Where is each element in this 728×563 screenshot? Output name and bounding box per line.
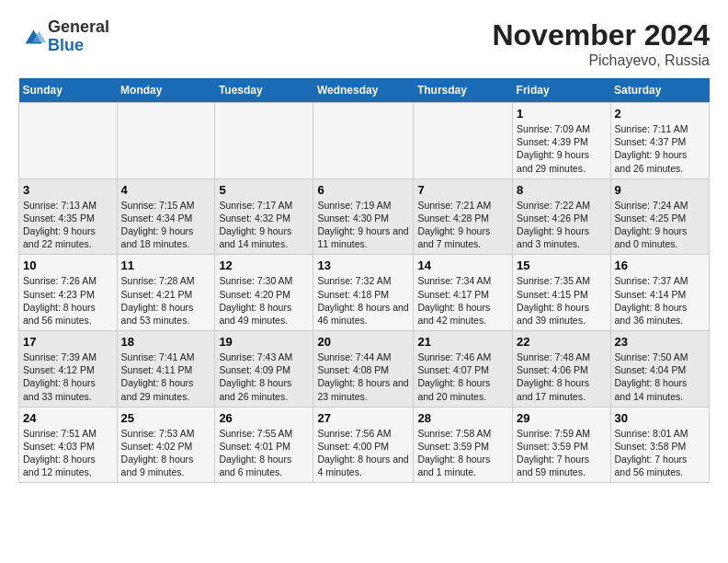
day-cell: 13Sunrise: 7:32 AM Sunset: 4:18 PM Dayli… bbox=[313, 255, 414, 331]
day-cell: 23Sunrise: 7:50 AM Sunset: 4:04 PM Dayli… bbox=[610, 331, 709, 408]
logo: General Blue bbox=[18, 18, 109, 55]
day-cell bbox=[19, 103, 118, 179]
day-info: Sunrise: 7:32 AM Sunset: 4:18 PM Dayligh… bbox=[317, 274, 409, 327]
day-cell: 5Sunrise: 7:17 AM Sunset: 4:32 PM Daylig… bbox=[215, 178, 313, 255]
header-day-friday: Friday bbox=[513, 78, 610, 103]
day-number: 12 bbox=[219, 259, 309, 272]
day-info: Sunrise: 7:19 AM Sunset: 4:30 PM Dayligh… bbox=[317, 199, 409, 251]
day-cell: 29Sunrise: 7:59 AM Sunset: 3:59 PM Dayli… bbox=[513, 407, 610, 483]
day-number: 16 bbox=[615, 259, 705, 272]
day-number: 6 bbox=[317, 183, 409, 197]
day-cell bbox=[414, 103, 513, 179]
day-number: 28 bbox=[417, 411, 508, 425]
day-info: Sunrise: 7:53 AM Sunset: 4:02 PM Dayligh… bbox=[121, 427, 211, 479]
day-info: Sunrise: 7:50 AM Sunset: 4:04 PM Dayligh… bbox=[615, 350, 705, 403]
day-number: 13 bbox=[317, 259, 409, 272]
day-info: Sunrise: 7:26 AM Sunset: 4:23 PM Dayligh… bbox=[23, 274, 113, 327]
week-row-1: 1Sunrise: 7:09 AM Sunset: 4:39 PM Daylig… bbox=[19, 103, 710, 179]
day-info: Sunrise: 7:11 AM Sunset: 4:37 PM Dayligh… bbox=[615, 122, 705, 175]
logo-general: General bbox=[48, 17, 109, 36]
day-number: 14 bbox=[417, 259, 508, 272]
day-cell: 15Sunrise: 7:35 AM Sunset: 4:15 PM Dayli… bbox=[513, 255, 610, 331]
day-info: Sunrise: 7:17 AM Sunset: 4:32 PM Dayligh… bbox=[219, 199, 309, 251]
header-day-monday: Monday bbox=[117, 78, 215, 103]
day-number: 11 bbox=[121, 259, 211, 272]
day-info: Sunrise: 7:37 AM Sunset: 4:14 PM Dayligh… bbox=[615, 274, 705, 327]
day-info: Sunrise: 7:24 AM Sunset: 4:25 PM Dayligh… bbox=[615, 199, 705, 251]
day-cell: 12Sunrise: 7:30 AM Sunset: 4:20 PM Dayli… bbox=[215, 255, 313, 331]
day-info: Sunrise: 7:43 AM Sunset: 4:09 PM Dayligh… bbox=[219, 350, 309, 403]
day-number: 24 bbox=[23, 411, 113, 425]
day-info: Sunrise: 7:56 AM Sunset: 4:00 PM Dayligh… bbox=[317, 427, 409, 479]
day-info: Sunrise: 7:34 AM Sunset: 4:17 PM Dayligh… bbox=[417, 274, 508, 327]
day-info: Sunrise: 7:39 AM Sunset: 4:12 PM Dayligh… bbox=[23, 350, 113, 403]
day-cell: 9Sunrise: 7:24 AM Sunset: 4:25 PM Daylig… bbox=[610, 178, 709, 255]
day-cell: 26Sunrise: 7:55 AM Sunset: 4:01 PM Dayli… bbox=[215, 407, 313, 483]
day-number: 25 bbox=[121, 411, 211, 425]
day-cell bbox=[313, 103, 414, 179]
week-row-3: 10Sunrise: 7:26 AM Sunset: 4:23 PM Dayli… bbox=[19, 255, 710, 331]
day-info: Sunrise: 7:21 AM Sunset: 4:28 PM Dayligh… bbox=[417, 199, 508, 251]
day-cell: 24Sunrise: 7:51 AM Sunset: 4:03 PM Dayli… bbox=[19, 407, 118, 483]
page-header: General Blue November 2024 Pichayevo, Ru… bbox=[18, 18, 710, 69]
day-cell: 19Sunrise: 7:43 AM Sunset: 4:09 PM Dayli… bbox=[215, 331, 313, 408]
day-cell: 4Sunrise: 7:15 AM Sunset: 4:34 PM Daylig… bbox=[117, 178, 215, 255]
page-title: November 2024 bbox=[492, 18, 710, 52]
day-cell: 20Sunrise: 7:44 AM Sunset: 4:08 PM Dayli… bbox=[313, 331, 414, 408]
day-info: Sunrise: 7:28 AM Sunset: 4:21 PM Dayligh… bbox=[121, 274, 211, 327]
page-subtitle: Pichayevo, Russia bbox=[492, 52, 710, 69]
header-day-saturday: Saturday bbox=[610, 78, 709, 103]
day-number: 23 bbox=[615, 335, 705, 349]
title-block: November 2024 Pichayevo, Russia bbox=[492, 18, 710, 69]
day-number: 2 bbox=[615, 107, 705, 121]
day-cell: 1Sunrise: 7:09 AM Sunset: 4:39 PM Daylig… bbox=[513, 103, 610, 179]
day-number: 7 bbox=[417, 183, 508, 197]
day-cell: 18Sunrise: 7:41 AM Sunset: 4:11 PM Dayli… bbox=[117, 331, 215, 408]
day-cell: 22Sunrise: 7:48 AM Sunset: 4:06 PM Dayli… bbox=[513, 331, 610, 408]
day-cell bbox=[117, 103, 215, 179]
day-cell: 21Sunrise: 7:46 AM Sunset: 4:07 PM Dayli… bbox=[414, 331, 513, 408]
day-number: 4 bbox=[121, 183, 211, 197]
header-day-tuesday: Tuesday bbox=[215, 78, 313, 103]
day-info: Sunrise: 7:55 AM Sunset: 4:01 PM Dayligh… bbox=[219, 427, 309, 479]
day-info: Sunrise: 7:30 AM Sunset: 4:20 PM Dayligh… bbox=[219, 274, 309, 327]
header-day-thursday: Thursday bbox=[414, 78, 513, 103]
day-cell: 28Sunrise: 7:58 AM Sunset: 3:59 PM Dayli… bbox=[414, 407, 513, 483]
day-info: Sunrise: 7:13 AM Sunset: 4:35 PM Dayligh… bbox=[23, 199, 113, 251]
day-cell: 8Sunrise: 7:22 AM Sunset: 4:26 PM Daylig… bbox=[513, 178, 610, 255]
day-number: 22 bbox=[517, 335, 606, 349]
day-cell bbox=[215, 103, 313, 179]
day-cell: 2Sunrise: 7:11 AM Sunset: 4:37 PM Daylig… bbox=[610, 103, 709, 179]
day-info: Sunrise: 7:22 AM Sunset: 4:26 PM Dayligh… bbox=[517, 199, 606, 251]
day-info: Sunrise: 7:15 AM Sunset: 4:34 PM Dayligh… bbox=[121, 199, 211, 251]
logo-icon bbox=[18, 23, 46, 51]
calendar-table: SundayMondayTuesdayWednesdayThursdayFrid… bbox=[18, 78, 710, 483]
day-number: 26 bbox=[219, 411, 309, 425]
day-info: Sunrise: 7:46 AM Sunset: 4:07 PM Dayligh… bbox=[417, 350, 508, 403]
day-cell: 16Sunrise: 7:37 AM Sunset: 4:14 PM Dayli… bbox=[610, 255, 709, 331]
day-number: 19 bbox=[219, 335, 309, 349]
logo-blue: Blue bbox=[48, 36, 84, 54]
day-info: Sunrise: 8:01 AM Sunset: 3:58 PM Dayligh… bbox=[615, 427, 705, 479]
day-number: 27 bbox=[317, 411, 409, 425]
day-number: 3 bbox=[23, 183, 113, 197]
logo-text: General Blue bbox=[48, 18, 109, 55]
day-info: Sunrise: 7:41 AM Sunset: 4:11 PM Dayligh… bbox=[121, 350, 211, 403]
day-cell: 11Sunrise: 7:28 AM Sunset: 4:21 PM Dayli… bbox=[117, 255, 215, 331]
day-cell: 27Sunrise: 7:56 AM Sunset: 4:00 PM Dayli… bbox=[313, 407, 414, 483]
day-number: 9 bbox=[615, 183, 705, 197]
day-info: Sunrise: 7:44 AM Sunset: 4:08 PM Dayligh… bbox=[317, 350, 409, 403]
day-info: Sunrise: 7:35 AM Sunset: 4:15 PM Dayligh… bbox=[517, 274, 606, 327]
day-number: 1 bbox=[517, 107, 606, 121]
day-info: Sunrise: 7:48 AM Sunset: 4:06 PM Dayligh… bbox=[517, 350, 606, 403]
day-cell: 17Sunrise: 7:39 AM Sunset: 4:12 PM Dayli… bbox=[19, 331, 118, 408]
day-number: 20 bbox=[317, 335, 409, 349]
day-info: Sunrise: 7:59 AM Sunset: 3:59 PM Dayligh… bbox=[517, 427, 606, 479]
day-cell: 6Sunrise: 7:19 AM Sunset: 4:30 PM Daylig… bbox=[313, 178, 414, 255]
day-cell: 3Sunrise: 7:13 AM Sunset: 4:35 PM Daylig… bbox=[19, 178, 118, 255]
day-number: 8 bbox=[517, 183, 606, 197]
calendar-body: 1Sunrise: 7:09 AM Sunset: 4:39 PM Daylig… bbox=[19, 103, 710, 483]
day-number: 21 bbox=[417, 335, 508, 349]
header-day-wednesday: Wednesday bbox=[313, 78, 414, 103]
week-row-2: 3Sunrise: 7:13 AM Sunset: 4:35 PM Daylig… bbox=[19, 178, 710, 255]
